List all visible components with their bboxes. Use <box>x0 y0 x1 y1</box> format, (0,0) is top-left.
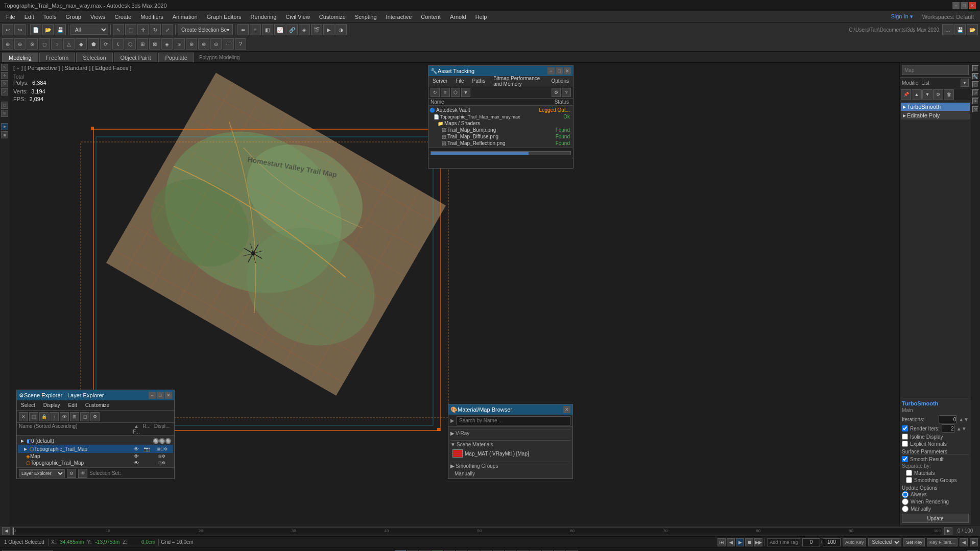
create-selection-button[interactable]: Create Selection Se▾ <box>178 24 233 35</box>
lt-btn1[interactable]: ↖ <box>1 64 8 71</box>
mb-scene-header[interactable]: ▼ Scene Materials <box>450 440 570 448</box>
menu-create[interactable]: Create <box>110 13 135 21</box>
ts-smooth-check[interactable] <box>902 456 908 462</box>
y-value[interactable]: -13,9753m <box>92 539 121 545</box>
anim-play[interactable]: ▶ <box>736 538 744 546</box>
utilities-icon[interactable]: ⚒ <box>972 106 979 113</box>
selected-dropdown[interactable]: Selected <box>868 538 901 546</box>
menu-scripting[interactable]: Scripting <box>351 13 381 21</box>
se-filter-btn[interactable]: ⊞ <box>70 412 79 421</box>
modifier-editable-poly[interactable]: ▶ Editable Poly <box>901 111 970 119</box>
anim-next-frame[interactable]: ▶▶ <box>754 538 762 546</box>
tb2-btn5[interactable]: ○ <box>51 38 62 50</box>
modifier-turbosmoother[interactable]: ▶ TurboSmooth <box>901 103 970 111</box>
open-file-button[interactable]: 📂 <box>967 24 978 35</box>
rotate-button[interactable]: ↻ <box>150 24 161 35</box>
tb2-btn17[interactable]: ⊜ <box>198 38 209 50</box>
curve-editor-button[interactable]: 📈 <box>274 24 285 35</box>
menu-group[interactable]: Group <box>61 13 85 21</box>
at-row-reflection[interactable]: 🖼 Trail_Map_Reflection.png Found <box>429 140 572 147</box>
se-menu-display[interactable]: Display <box>39 401 64 409</box>
key-nav-left[interactable]: ◀ <box>960 538 968 546</box>
tab-freeform[interactable]: Freeform <box>39 53 76 62</box>
tb2-btn12[interactable]: ⊞ <box>137 38 148 50</box>
save-file-button[interactable]: 💾 <box>954 24 966 35</box>
mb-smoothing-header[interactable]: ▶ Smoothing Groups <box>450 462 570 470</box>
frame-end-input[interactable] <box>823 538 841 546</box>
anim-go-start[interactable]: ⏮ <box>718 538 726 546</box>
key-nav-right[interactable]: ▶ <box>970 538 978 546</box>
open-button[interactable]: 📂 <box>42 24 54 35</box>
menu-content[interactable]: Content <box>417 13 445 21</box>
se-row-default-layer[interactable]: ▶ ◧ 0 (default) 🔘🔘🔘 <box>18 437 173 445</box>
ts-always-radio[interactable] <box>902 491 909 498</box>
se-explorer-type-dropdown[interactable]: Layer Explorer <box>19 469 65 477</box>
redo-button[interactable]: ↪ <box>14 24 26 35</box>
arrow-down-icon[interactable]: ▼ <box>922 89 933 100</box>
se-hide-btn[interactable]: ◻ <box>80 412 89 421</box>
ts-materials-check[interactable] <box>906 470 912 476</box>
at-icons-btn[interactable]: ⬡ <box>451 88 460 97</box>
se-row-trail-map2[interactable]: ⬡ Topographic_Trail_Map 👁 ⊞⚙ <box>18 460 173 466</box>
mb-vray-header[interactable]: ▶ V-Ray <box>450 429 570 437</box>
at-menu-options[interactable]: Options <box>547 77 573 85</box>
ts-update-button[interactable]: Update <box>902 514 969 523</box>
lt-btn4[interactable]: ⤢ <box>1 88 8 95</box>
key-filters-button[interactable]: Key Filters... <box>927 538 958 546</box>
ts-isoline-check[interactable] <box>902 434 908 440</box>
tb2-btn19[interactable]: ⋯ <box>223 38 234 50</box>
tab-modeling[interactable]: Modeling <box>2 53 38 62</box>
undo-button[interactable]: ↩ <box>2 24 13 35</box>
frame-input[interactable] <box>802 538 820 546</box>
se-lock-btn[interactable]: 🔒 <box>39 412 49 421</box>
display-icon[interactable]: 👁 <box>972 98 979 105</box>
render-setup-button[interactable]: 🎬 <box>311 24 322 35</box>
menu-rendering[interactable]: Rendering <box>247 13 281 21</box>
tb2-btn6[interactable]: △ <box>63 38 75 50</box>
at-menu-bitmap[interactable]: Bitmap Performance and Memory <box>489 75 547 88</box>
mb-manually-item[interactable]: Manually <box>450 470 570 477</box>
lt-btn3[interactable]: ↻ <box>1 80 8 87</box>
tb2-btn13[interactable]: ⊠ <box>149 38 160 50</box>
anim-prev-frame[interactable]: ◀ <box>727 538 735 546</box>
at-row-maxfile[interactable]: 📄 Topographic_Trail_Map_max_vray.max Ok <box>429 113 572 120</box>
at-refresh-btn[interactable]: ↻ <box>431 88 440 97</box>
at-list-btn[interactable]: ≡ <box>441 88 450 97</box>
tb2-btn11[interactable]: ⬡ <box>125 38 136 50</box>
at-maximize[interactable]: □ <box>556 67 563 75</box>
at-close[interactable]: ✕ <box>564 67 571 75</box>
timeline-track[interactable]: 0 10 20 30 40 50 60 70 80 90 100 <box>12 527 942 535</box>
select-object-button[interactable]: ↖ <box>113 24 124 35</box>
at-row-maps-folder[interactable]: 📁 Maps / Shaders <box>429 120 572 127</box>
ts-manually-radio[interactable] <box>902 506 909 512</box>
tb2-btn4[interactable]: ◻ <box>39 38 50 50</box>
se-row-map[interactable]: ◈ Map 👁 ⊞⚙ <box>18 453 173 460</box>
timeline-next-btn[interactable]: ▶ <box>944 527 952 535</box>
new-button[interactable]: 📄 <box>30 24 41 35</box>
ts-render-iters-input[interactable] <box>942 424 954 433</box>
timeline-prev-btn[interactable]: ◀ <box>2 527 10 535</box>
window-controls[interactable]: − □ ✕ <box>952 2 976 9</box>
tab-populate[interactable]: Populate <box>158 53 194 62</box>
ts-iterations-input[interactable] <box>939 415 957 423</box>
se-close[interactable]: ✕ <box>165 392 172 399</box>
lt-btn2[interactable]: ✛ <box>1 72 8 79</box>
menu-help[interactable]: Help <box>471 13 491 21</box>
close-button[interactable]: ✕ <box>969 2 976 9</box>
menu-tools[interactable]: Tools <box>39 13 61 21</box>
tb2-btn20[interactable]: ? <box>235 38 246 50</box>
mirror-button[interactable]: ⬌ <box>237 24 249 35</box>
se-view-btn[interactable]: 👁 <box>78 469 87 478</box>
se-menu-customize[interactable]: Customize <box>81 401 113 409</box>
material-editor-button[interactable]: ◈ <box>299 24 310 35</box>
menu-graph-editors[interactable]: Graph Editors <box>203 13 246 21</box>
save-button[interactable]: 💾 <box>55 24 66 35</box>
ts-smoothing-groups-check[interactable] <box>906 477 912 483</box>
lt-btn6[interactable]: ⊞ <box>1 110 8 117</box>
se-settings-btn2[interactable]: ⚙ <box>67 469 76 478</box>
at-settings-btn[interactable]: ⚙ <box>552 88 561 97</box>
at-row-bump[interactable]: 🖼 Trail_Map_Bump.png Found <box>429 127 572 133</box>
motion-icon[interactable]: ↗ <box>972 89 979 97</box>
tb2-btn8[interactable]: ⬟ <box>88 38 99 50</box>
tb2-btn2[interactable]: ⊖ <box>14 38 26 50</box>
